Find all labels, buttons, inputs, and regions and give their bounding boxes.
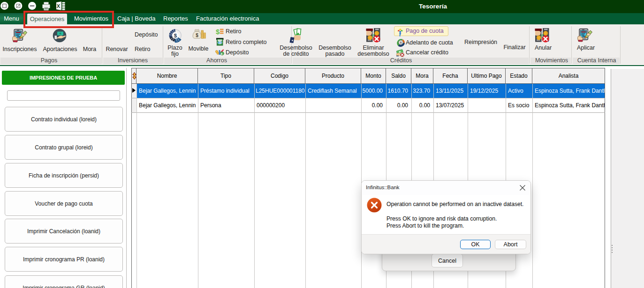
svg-text:$: $ xyxy=(216,28,220,36)
svg-text:$: $ xyxy=(196,33,198,38)
svg-text:X: X xyxy=(57,3,61,9)
svg-text:$: $ xyxy=(219,41,221,44)
svg-text:$: $ xyxy=(174,33,177,38)
svg-text:s: s xyxy=(400,40,402,44)
